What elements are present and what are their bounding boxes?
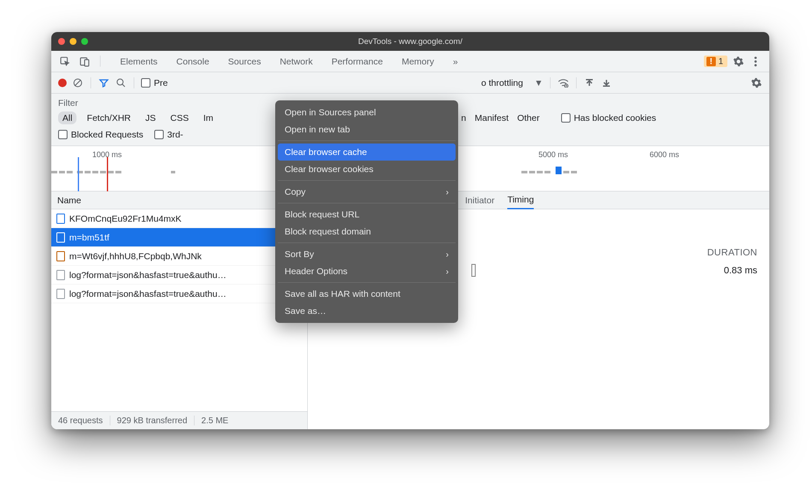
filter-fetchxhr[interactable]: Fetch/XHR <box>82 111 135 124</box>
blocked-requests-label: Blocked Requests <box>71 129 143 140</box>
ctx-open-new-tab[interactable]: Open in new tab <box>278 121 456 138</box>
context-menu: Open in Sources panel Open in new tab Cl… <box>275 100 458 323</box>
filter-funnel-icon[interactable] <box>98 77 110 89</box>
record-button[interactable] <box>58 79 67 87</box>
svg-rect-12 <box>603 85 610 87</box>
ctx-separator <box>278 180 456 181</box>
request-name: KFOmCnqEu92Fr1Mu4mxK <box>69 214 182 224</box>
ctx-sort-label: Sort By <box>285 249 314 259</box>
filter-n-suffix[interactable]: n <box>461 113 466 123</box>
chevron-right-icon: › <box>446 187 449 197</box>
ctx-open-in-sources[interactable]: Open in Sources panel <box>278 104 456 121</box>
queueing-duration: 0.83 ms <box>724 265 757 276</box>
clear-log-icon[interactable] <box>72 77 84 89</box>
throttling-label: o throttling <box>481 78 523 88</box>
ctx-separator <box>278 243 456 243</box>
blocked-requests-checkbox[interactable]: Blocked Requests <box>58 129 143 140</box>
minimize-window-button[interactable] <box>70 38 76 45</box>
status-bar: 46 requests 929 kB transferred 2.5 ME <box>51 411 307 429</box>
upload-har-icon[interactable] <box>583 77 595 89</box>
filter-css[interactable]: CSS <box>166 111 193 124</box>
request-row[interactable]: log?format=json&hasfast=true&authu… <box>51 284 307 303</box>
third-party-label: 3rd- <box>167 129 183 140</box>
checkbox-icon <box>58 130 68 139</box>
search-icon[interactable] <box>115 77 127 89</box>
separator <box>100 56 100 67</box>
request-row[interactable]: m=Wt6vjf,hhhU8,FCpbqb,WhJNk <box>51 247 307 266</box>
tab-memory[interactable]: Memory <box>392 51 444 72</box>
devtools-window: DevTools - www.google.com/ Elements Cons… <box>51 32 769 429</box>
preserve-log-checkbox[interactable]: Pre <box>141 78 168 88</box>
request-name: m=Wt6vjf,hhhU8,FCpbqb,WhJNk <box>69 251 202 261</box>
filter-other[interactable]: Other <box>517 113 540 123</box>
ctx-copy-submenu[interactable]: Copy › <box>278 183 456 200</box>
status-requests: 46 requests <box>51 416 110 425</box>
titlebar: DevTools - www.google.com/ <box>51 32 769 51</box>
script-file-icon <box>56 251 65 261</box>
ctx-save-as[interactable]: Save as… <box>278 302 456 319</box>
column-header-name[interactable]: Name <box>51 191 307 209</box>
request-row[interactable]: m=bm51tf <box>51 228 307 247</box>
preserve-log-label: Pre <box>154 78 168 88</box>
checkbox-icon <box>141 78 150 88</box>
traffic-lights <box>58 38 88 45</box>
ctx-save-har[interactable]: Save all as HAR with content <box>278 285 456 302</box>
download-har-icon[interactable] <box>600 77 612 89</box>
generic-file-icon <box>56 270 65 280</box>
filter-all[interactable]: All <box>58 111 76 124</box>
tab-elements[interactable]: Elements <box>111 51 167 72</box>
svg-point-3 <box>754 56 756 59</box>
filter-js[interactable]: JS <box>141 111 160 124</box>
network-conditions-icon[interactable] <box>557 77 569 89</box>
throttling-selector[interactable]: o throttling ▼ <box>481 78 543 88</box>
checkbox-icon <box>561 113 571 123</box>
kebab-menu-icon[interactable] <box>750 56 762 67</box>
svg-line-7 <box>75 80 81 86</box>
tab-network[interactable]: Network <box>271 51 322 72</box>
chevron-down-icon: ▼ <box>534 78 543 88</box>
separator <box>134 77 134 88</box>
svg-rect-11 <box>586 79 593 80</box>
duration-header: DURATION <box>707 247 757 258</box>
ctx-block-domain[interactable]: Block request domain <box>278 223 456 240</box>
network-settings-gear-icon[interactable] <box>750 77 762 89</box>
request-name: log?format=json&hasfast=true&authu… <box>69 270 227 280</box>
zoom-window-button[interactable] <box>81 38 88 45</box>
filter-img[interactable]: Im <box>199 111 218 124</box>
chevron-right-icon: › <box>446 267 449 276</box>
detail-tab-timing[interactable]: Timing <box>507 191 534 209</box>
request-name: log?format=json&hasfast=true&authu… <box>69 289 227 299</box>
filter-manifest[interactable]: Manifest <box>475 113 509 123</box>
tab-sources[interactable]: Sources <box>219 51 271 72</box>
inspect-element-icon[interactable] <box>59 56 71 67</box>
tab-console[interactable]: Console <box>167 51 219 72</box>
tab-performance[interactable]: Performance <box>322 51 392 72</box>
request-list: KFOmCnqEu92Fr1Mu4mxK m=bm51tf m=Wt6vjf,h… <box>51 209 307 411</box>
close-window-button[interactable] <box>58 38 65 45</box>
svg-point-8 <box>117 79 123 85</box>
blocked-cookies-checkbox[interactable]: Has blocked cookies <box>561 113 656 123</box>
more-tabs[interactable]: » <box>444 51 468 72</box>
request-row[interactable]: log?format=json&hasfast=true&authu… <box>51 266 307 284</box>
blocked-cookies-label: Has blocked cookies <box>574 113 656 123</box>
detail-tab-initiator[interactable]: Initiator <box>465 191 494 209</box>
ctx-separator <box>278 141 456 141</box>
chevron-right-icon: › <box>446 249 449 259</box>
request-row[interactable]: KFOmCnqEu92Fr1Mu4mxK <box>51 209 307 228</box>
settings-gear-icon[interactable] <box>733 56 744 67</box>
ctx-block-url[interactable]: Block request URL <box>278 206 456 223</box>
queueing-bar <box>471 264 476 277</box>
device-toolbar-icon[interactable] <box>79 56 91 67</box>
ctx-header-options-submenu[interactable]: Header Options › <box>278 263 456 280</box>
third-party-checkbox[interactable]: 3rd- <box>154 129 183 140</box>
ctx-separator <box>278 203 456 203</box>
timeline-tick: 6000 ms <box>650 150 679 159</box>
ctx-clear-cookies[interactable]: Clear browser cookies <box>278 161 456 178</box>
issues-badge[interactable]: ! 1 <box>704 56 727 67</box>
timeline-dom-marker <box>78 157 79 191</box>
separator <box>550 77 550 88</box>
timeline-scrubber-handle[interactable] <box>556 167 562 174</box>
svg-rect-2 <box>85 59 89 66</box>
ctx-clear-cache[interactable]: Clear browser cache <box>278 144 456 161</box>
ctx-sort-by-submenu[interactable]: Sort By › <box>278 246 456 263</box>
